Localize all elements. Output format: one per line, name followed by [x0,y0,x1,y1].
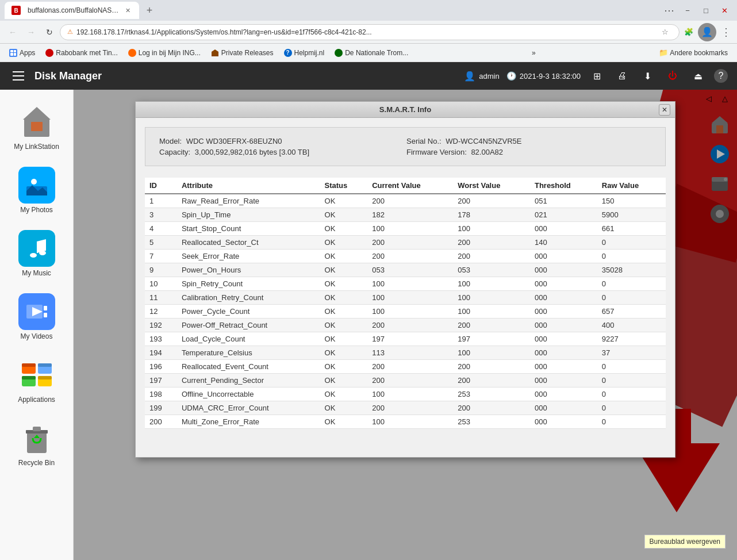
cell-current: 200 [367,194,453,208]
menu-button[interactable]: ⋮ [719,25,732,39]
cell-worst: 053 [453,263,530,277]
linkstation-icon [18,103,55,140]
modal-close-button[interactable]: ✕ [659,104,670,116]
hamburger-button[interactable] [9,67,28,85]
minimize-button[interactable]: − [680,2,696,18]
cell-current: 200 [367,374,453,388]
sidebar-item-photos[interactable]: My Photos [5,162,68,218]
cell-raw: 9227 [597,332,666,346]
help-icon-button[interactable]: ? [714,69,728,83]
cell-id: 3 [145,208,177,222]
bookmark-ing-label: Log in bij Mijn ING... [139,49,201,57]
browser-titlebar: B buffalonas.com/BuffaloNAScom ✕ + ⋯ − □… [0,0,737,21]
back-button[interactable]: ← [5,24,21,40]
cell-id: 5 [145,236,177,250]
cell-raw: 37 [597,346,666,360]
bookmark-trom[interactable]: De Nationale Trom... [330,48,413,58]
bookmark-ing[interactable]: Log in bij Mijn ING... [124,48,205,58]
bookmark-helpmij[interactable]: ? Helpmij.nl [279,48,329,58]
tab-close-button[interactable]: ✕ [123,6,132,15]
cell-worst: 200 [453,250,530,263]
browser-favicon: B [11,6,21,15]
bookmark-apps[interactable]: Apps [5,48,40,58]
cell-raw: 35028 [597,263,666,277]
cell-raw: 661 [597,222,666,236]
sidebar-item-applications[interactable]: Applications [5,352,68,408]
cell-status: OK [320,263,368,277]
cell-status: OK [320,222,368,236]
bookmark-star-icon[interactable]: ☆ [658,25,672,39]
grid-icon-button[interactable]: ⊞ [588,67,606,85]
eject-icon-button[interactable]: ⏏ [689,67,707,85]
cell-worst: 100 [453,277,530,291]
svg-rect-17 [22,376,36,379]
photos-label: My Photos [20,206,53,214]
printer-icon-button[interactable]: 🖨 [613,67,631,85]
cell-current: 113 [367,346,453,360]
cell-current: 200 [367,401,453,415]
table-row: 10Spin_Retry_CountOK1001000000 [145,277,666,291]
sidebar-item-videos[interactable]: My Videos [5,289,68,345]
power-icon-button[interactable]: ⏻ [663,67,682,85]
cell-threshold: 000 [530,401,597,415]
cell-raw: 0 [597,236,666,250]
main-content: ◁ △ [74,90,737,560]
cell-threshold: 000 [530,277,597,291]
cell-worst: 200 [453,374,530,388]
cell-threshold: 000 [530,346,597,360]
cell-status: OK [320,236,368,250]
bookmark-rabobank[interactable]: Rabobank met Tin... [41,48,122,58]
cell-status: OK [320,319,368,332]
bookmark-helpmij-label: Helpmij.nl [294,49,325,57]
cell-attribute: Start_Stop_Count [177,222,320,236]
other-bookmarks-button[interactable]: 📁 Andere bookmarks [654,47,732,58]
cell-threshold: 051 [530,194,597,208]
download-icon-button[interactable]: ⬇ [638,67,657,85]
helpmij-favicon: ? [284,49,292,57]
new-tab-button[interactable]: + [141,2,158,18]
bookmark-private[interactable]: Private Releases [206,48,278,58]
linkstation-label: My LinkStation [14,143,59,151]
bookmark-trom-label: De Nationale Trom... [345,49,408,57]
cell-id: 197 [145,374,177,388]
browser-tab[interactable]: B buffalonas.com/BuffaloNAScom ✕ [5,2,139,19]
tab-title: buffalonas.com/BuffaloNAScom [28,6,120,14]
cell-worst: 100 [453,222,530,236]
sidebar-item-linkstation[interactable]: My LinkStation [5,99,68,155]
reload-button[interactable]: ↻ [41,24,57,40]
photos-icon [18,167,55,204]
cell-raw: 0 [597,401,666,415]
extensions-icon[interactable]: 🧩 [682,25,696,39]
maximize-button[interactable]: □ [698,2,714,18]
cell-attribute: Raw_Read_Error_Rate [177,194,320,208]
model-value: WDC WD30EFRX-68EUZN0 [186,137,282,145]
bookmarks-more-button[interactable]: » [527,48,540,58]
cell-status: OK [320,388,368,401]
modal-titlebar: S.M.A.R.T. Info ✕ [136,102,675,118]
trom-favicon [335,49,343,57]
table-row: 196Reallocated_Event_CountOK2002000000 [145,360,666,374]
svg-rect-11 [44,313,47,317]
user-icon: 👤 [464,71,475,82]
cell-id: 193 [145,332,177,346]
firmware-value: 82.00A82 [471,148,503,156]
modal-overlay: S.M.A.R.T. Info ✕ Model: WDC WD30EFRX-68… [74,90,737,560]
close-button[interactable]: ✕ [716,2,732,18]
cell-raw: 0 [597,360,666,374]
forward-button[interactable]: → [23,24,39,40]
svg-rect-22 [33,427,41,431]
address-bar[interactable]: ⚠ 192.168.178.17/rtknas4.1/Applications/… [60,24,680,40]
profile-icon[interactable]: 👤 [698,23,716,41]
svg-rect-7 [37,241,38,253]
cell-attribute: Multi_Zone_Error_Rate [177,415,320,429]
cell-worst: 200 [453,319,530,332]
apps-grid-icon [9,49,17,57]
user-info: 👤 admin [464,71,499,82]
sidebar-item-recycle[interactable]: Recycle Bin [5,415,68,471]
cell-attribute: Power_Cycle_Count [177,305,320,319]
smart-table-body: 1Raw_Read_Error_RateOK2002000511503Spin_… [145,194,666,429]
cell-threshold: 000 [530,374,597,388]
hamburger-icon [13,71,24,80]
sidebar-item-music[interactable]: My Music [5,225,68,282]
cell-status: OK [320,194,368,208]
